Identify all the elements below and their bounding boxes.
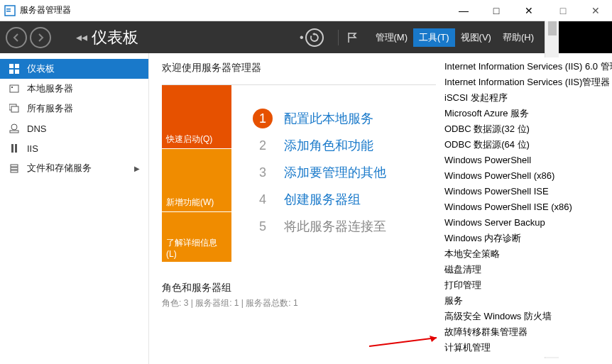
svg-rect-6 — [15, 70, 19, 74]
step-label: 创建服务器组 — [284, 191, 361, 208]
svg-rect-15 — [11, 165, 18, 167]
tools-menu-option[interactable]: Internet Information Services (IIS)管理器 — [436, 75, 612, 90]
tile-label: 了解详细信息(L) — [166, 237, 227, 259]
svg-rect-13 — [11, 144, 13, 153]
svg-rect-5 — [9, 70, 13, 74]
close-button[interactable]: ✕ — [513, 0, 545, 21]
outer-close-button[interactable]: ✕ — [579, 0, 612, 21]
sidebar-item-label: DNS — [27, 123, 46, 134]
svg-rect-17 — [11, 170, 18, 172]
svg-rect-4 — [15, 64, 19, 68]
tools-dropdown-menu: Internet Information Services (IIS) 6.0 … — [436, 57, 612, 357]
svg-rect-7 — [10, 85, 18, 92]
sidebar-item-label: 仪表板 — [27, 62, 55, 75]
svg-rect-2 — [6, 11, 11, 12]
menu-view[interactable]: 视图(V) — [455, 28, 497, 47]
sidebar-item-label: 本地服务器 — [27, 82, 73, 95]
notifications-flag-icon[interactable] — [346, 31, 359, 44]
outer-window-controls: □ ✕ — [545, 0, 612, 21]
sidebar-item-file-storage[interactable]: 文件和存储服务 ▶ — [0, 158, 148, 178]
tools-menu-option[interactable]: 故障转移群集管理器 — [436, 324, 612, 340]
tools-menu-option[interactable]: Windows PowerShell (x86) — [436, 168, 612, 184]
svg-rect-16 — [11, 167, 18, 170]
app-icon — [4, 5, 16, 16]
tools-menu-option[interactable]: Internet Information Services (IIS) 6.0 … — [436, 59, 612, 75]
tools-menu-option[interactable]: iSCSI 发起程序 — [436, 90, 612, 106]
nav-forward-button[interactable] — [30, 27, 51, 48]
header-divider — [338, 30, 339, 45]
tools-menu-option[interactable]: Microsoft Azure 服务 — [436, 106, 612, 121]
step-number: 2 — [253, 136, 273, 155]
sidebar-item-dns[interactable]: DNS — [0, 118, 148, 138]
sidebar-item-iis[interactable]: IIS — [0, 138, 148, 158]
window-title: 服务器管理器 — [20, 4, 447, 16]
sidebar-item-label: 文件和存储服务 — [27, 162, 92, 175]
sidebar-item-all-servers[interactable]: 所有服务器 — [0, 99, 148, 118]
maximize-button[interactable]: □ — [480, 0, 513, 21]
step-label: 添加要管理的其他 — [284, 164, 386, 181]
svg-rect-12 — [10, 131, 18, 133]
tools-menu-option[interactable]: 本地安全策略 — [436, 246, 612, 262]
sidebar: 仪表板 本地服务器 所有服务器 DNS IIS 文件和存储服务 ▶ — [0, 53, 149, 364]
nav-back-button[interactable] — [6, 27, 27, 48]
titlebar: 服务器管理器 — □ ✕ — [0, 0, 545, 21]
tools-menu-option[interactable]: Windows Server Backup — [436, 215, 612, 231]
outer-maximize-button[interactable]: □ — [547, 0, 579, 21]
menu-manage[interactable]: 管理(M) — [370, 28, 414, 47]
tools-menu-option[interactable]: Windows 内存诊断 — [436, 231, 612, 246]
sidebar-item-label: 所有服务器 — [27, 102, 73, 115]
tools-menu-option[interactable]: 磁盘清理 — [436, 262, 612, 277]
scrollbar-thumb[interactable] — [548, 21, 557, 35]
chevron-left-icon: ◂◂ — [76, 31, 87, 44]
svg-rect-8 — [11, 87, 13, 88]
step-label: 配置此本地服务 — [284, 110, 373, 127]
tile-label: 快速启动(Q) — [166, 133, 212, 145]
tools-menu-option[interactable]: 打印管理 — [436, 277, 612, 293]
tools-menu-option[interactable]: ODBC 数据源(64 位) — [436, 137, 612, 153]
svg-rect-3 — [9, 64, 13, 68]
tile-label: 新增功能(W) — [166, 197, 214, 209]
dns-icon — [9, 123, 20, 133]
storage-icon — [9, 163, 20, 173]
step-number: 3 — [253, 162, 273, 182]
sidebar-item-local-server[interactable]: 本地服务器 — [0, 79, 148, 99]
outer-window-background — [559, 21, 612, 53]
tile-whats-new[interactable]: 新增功能(W) — [162, 149, 231, 213]
tools-menu-option[interactable]: Windows PowerShell ISE (x86) — [436, 199, 612, 215]
step-label: 将此服务器连接至 — [284, 218, 386, 235]
sidebar-item-dashboard[interactable]: 仪表板 — [0, 59, 148, 79]
menu-help[interactable]: 帮助(H) — [497, 28, 540, 47]
svg-rect-10 — [11, 106, 18, 112]
header-dropdown-indicator[interactable]: • — [300, 28, 324, 47]
tools-menu-option[interactable]: 服务 — [436, 293, 612, 309]
tools-menu-option[interactable]: ODBC 数据源(32 位) — [436, 121, 612, 137]
refresh-button[interactable] — [305, 28, 324, 47]
step-number: 4 — [253, 189, 273, 209]
server-icon — [9, 84, 20, 94]
svg-rect-1 — [6, 9, 11, 10]
tile-quick-start[interactable]: 快速启动(Q) — [162, 85, 231, 149]
svg-point-11 — [11, 124, 17, 130]
iis-icon — [9, 143, 20, 153]
tile-learn-more[interactable]: 了解详细信息(L) — [162, 212, 231, 262]
servers-icon — [9, 104, 20, 114]
tools-menu-option[interactable]: Windows PowerShell ISE — [436, 184, 612, 199]
bullet-icon: • — [300, 31, 304, 44]
breadcrumb[interactable]: ◂◂ 仪表板 — [76, 27, 138, 48]
step-number: 1 — [253, 109, 273, 128]
step-label: 添加角色和功能 — [284, 137, 373, 154]
chevron-right-icon: ▶ — [134, 165, 140, 172]
header-bar: ◂◂ 仪表板 • 管理(M) 工具(T) 视图(V) 帮助(H) — [0, 21, 545, 53]
dashboard-icon — [9, 64, 20, 74]
tools-menu-option[interactable]: 高级安全 Windows 防火墙 — [436, 309, 612, 324]
tools-menu-option[interactable]: 计算机管理 — [436, 340, 612, 355]
minimize-button[interactable]: — — [447, 0, 480, 21]
step-number: 5 — [253, 216, 273, 236]
tools-menu-option[interactable]: Windows PowerShell — [436, 153, 612, 168]
sidebar-item-label: IIS — [27, 143, 38, 154]
menu-tools[interactable]: 工具(T) — [413, 28, 455, 47]
svg-rect-14 — [15, 144, 17, 153]
page-title: 仪表板 — [92, 27, 138, 48]
